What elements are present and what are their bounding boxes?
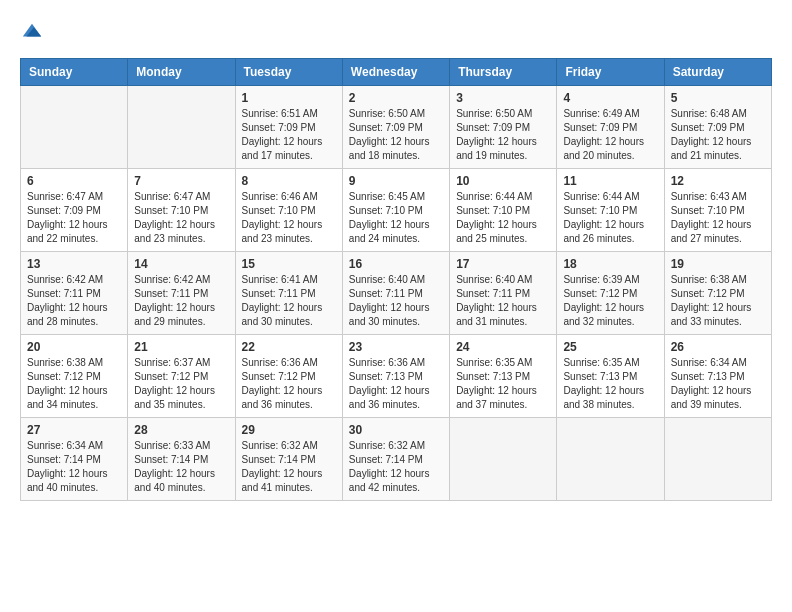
day-number: 19	[671, 257, 765, 271]
day-cell: 19Sunrise: 6:38 AMSunset: 7:12 PMDayligh…	[664, 252, 771, 335]
day-cell: 1Sunrise: 6:51 AMSunset: 7:09 PMDaylight…	[235, 86, 342, 169]
day-info: Sunrise: 6:47 AMSunset: 7:09 PMDaylight:…	[27, 190, 121, 246]
day-cell: 25Sunrise: 6:35 AMSunset: 7:13 PMDayligh…	[557, 335, 664, 418]
day-number: 5	[671, 91, 765, 105]
day-number: 29	[242, 423, 336, 437]
day-number: 30	[349, 423, 443, 437]
day-info: Sunrise: 6:40 AMSunset: 7:11 PMDaylight:…	[349, 273, 443, 329]
weekday-header-sunday: Sunday	[21, 59, 128, 86]
day-number: 17	[456, 257, 550, 271]
day-number: 20	[27, 340, 121, 354]
day-info: Sunrise: 6:43 AMSunset: 7:10 PMDaylight:…	[671, 190, 765, 246]
day-number: 28	[134, 423, 228, 437]
day-cell: 17Sunrise: 6:40 AMSunset: 7:11 PMDayligh…	[450, 252, 557, 335]
day-info: Sunrise: 6:40 AMSunset: 7:11 PMDaylight:…	[456, 273, 550, 329]
day-info: Sunrise: 6:32 AMSunset: 7:14 PMDaylight:…	[242, 439, 336, 495]
day-info: Sunrise: 6:34 AMSunset: 7:13 PMDaylight:…	[671, 356, 765, 412]
day-number: 22	[242, 340, 336, 354]
day-info: Sunrise: 6:34 AMSunset: 7:14 PMDaylight:…	[27, 439, 121, 495]
day-number: 10	[456, 174, 550, 188]
day-cell: 14Sunrise: 6:42 AMSunset: 7:11 PMDayligh…	[128, 252, 235, 335]
day-number: 3	[456, 91, 550, 105]
header	[20, 20, 772, 42]
day-number: 25	[563, 340, 657, 354]
day-info: Sunrise: 6:50 AMSunset: 7:09 PMDaylight:…	[349, 107, 443, 163]
day-cell: 7Sunrise: 6:47 AMSunset: 7:10 PMDaylight…	[128, 169, 235, 252]
week-row-5: 27Sunrise: 6:34 AMSunset: 7:14 PMDayligh…	[21, 418, 772, 501]
day-info: Sunrise: 6:36 AMSunset: 7:13 PMDaylight:…	[349, 356, 443, 412]
weekday-header-saturday: Saturday	[664, 59, 771, 86]
day-cell: 9Sunrise: 6:45 AMSunset: 7:10 PMDaylight…	[342, 169, 449, 252]
day-cell: 23Sunrise: 6:36 AMSunset: 7:13 PMDayligh…	[342, 335, 449, 418]
day-cell	[21, 86, 128, 169]
week-row-1: 1Sunrise: 6:51 AMSunset: 7:09 PMDaylight…	[21, 86, 772, 169]
day-cell: 21Sunrise: 6:37 AMSunset: 7:12 PMDayligh…	[128, 335, 235, 418]
weekday-header-wednesday: Wednesday	[342, 59, 449, 86]
day-info: Sunrise: 6:50 AMSunset: 7:09 PMDaylight:…	[456, 107, 550, 163]
day-info: Sunrise: 6:39 AMSunset: 7:12 PMDaylight:…	[563, 273, 657, 329]
day-cell: 18Sunrise: 6:39 AMSunset: 7:12 PMDayligh…	[557, 252, 664, 335]
day-number: 16	[349, 257, 443, 271]
day-cell: 20Sunrise: 6:38 AMSunset: 7:12 PMDayligh…	[21, 335, 128, 418]
day-cell: 5Sunrise: 6:48 AMSunset: 7:09 PMDaylight…	[664, 86, 771, 169]
weekday-header-row: SundayMondayTuesdayWednesdayThursdayFrid…	[21, 59, 772, 86]
day-info: Sunrise: 6:33 AMSunset: 7:14 PMDaylight:…	[134, 439, 228, 495]
day-number: 9	[349, 174, 443, 188]
logo	[20, 20, 43, 42]
day-info: Sunrise: 6:38 AMSunset: 7:12 PMDaylight:…	[27, 356, 121, 412]
day-number: 24	[456, 340, 550, 354]
day-cell: 28Sunrise: 6:33 AMSunset: 7:14 PMDayligh…	[128, 418, 235, 501]
day-number: 11	[563, 174, 657, 188]
day-number: 6	[27, 174, 121, 188]
day-number: 2	[349, 91, 443, 105]
day-cell: 13Sunrise: 6:42 AMSunset: 7:11 PMDayligh…	[21, 252, 128, 335]
day-info: Sunrise: 6:41 AMSunset: 7:11 PMDaylight:…	[242, 273, 336, 329]
day-number: 18	[563, 257, 657, 271]
day-cell: 16Sunrise: 6:40 AMSunset: 7:11 PMDayligh…	[342, 252, 449, 335]
day-info: Sunrise: 6:44 AMSunset: 7:10 PMDaylight:…	[563, 190, 657, 246]
day-number: 14	[134, 257, 228, 271]
day-cell	[557, 418, 664, 501]
day-cell: 27Sunrise: 6:34 AMSunset: 7:14 PMDayligh…	[21, 418, 128, 501]
day-cell: 30Sunrise: 6:32 AMSunset: 7:14 PMDayligh…	[342, 418, 449, 501]
day-info: Sunrise: 6:37 AMSunset: 7:12 PMDaylight:…	[134, 356, 228, 412]
calendar-table: SundayMondayTuesdayWednesdayThursdayFrid…	[20, 58, 772, 501]
day-info: Sunrise: 6:32 AMSunset: 7:14 PMDaylight:…	[349, 439, 443, 495]
weekday-header-tuesday: Tuesday	[235, 59, 342, 86]
day-info: Sunrise: 6:35 AMSunset: 7:13 PMDaylight:…	[563, 356, 657, 412]
day-number: 4	[563, 91, 657, 105]
week-row-4: 20Sunrise: 6:38 AMSunset: 7:12 PMDayligh…	[21, 335, 772, 418]
day-cell: 3Sunrise: 6:50 AMSunset: 7:09 PMDaylight…	[450, 86, 557, 169]
day-number: 12	[671, 174, 765, 188]
day-number: 26	[671, 340, 765, 354]
day-number: 23	[349, 340, 443, 354]
day-info: Sunrise: 6:45 AMSunset: 7:10 PMDaylight:…	[349, 190, 443, 246]
day-info: Sunrise: 6:47 AMSunset: 7:10 PMDaylight:…	[134, 190, 228, 246]
day-cell	[128, 86, 235, 169]
day-number: 21	[134, 340, 228, 354]
weekday-header-monday: Monday	[128, 59, 235, 86]
day-cell: 22Sunrise: 6:36 AMSunset: 7:12 PMDayligh…	[235, 335, 342, 418]
day-info: Sunrise: 6:35 AMSunset: 7:13 PMDaylight:…	[456, 356, 550, 412]
logo-icon	[21, 20, 43, 42]
day-number: 15	[242, 257, 336, 271]
day-info: Sunrise: 6:36 AMSunset: 7:12 PMDaylight:…	[242, 356, 336, 412]
day-number: 27	[27, 423, 121, 437]
weekday-header-thursday: Thursday	[450, 59, 557, 86]
day-info: Sunrise: 6:51 AMSunset: 7:09 PMDaylight:…	[242, 107, 336, 163]
day-cell: 26Sunrise: 6:34 AMSunset: 7:13 PMDayligh…	[664, 335, 771, 418]
day-info: Sunrise: 6:46 AMSunset: 7:10 PMDaylight:…	[242, 190, 336, 246]
week-row-2: 6Sunrise: 6:47 AMSunset: 7:09 PMDaylight…	[21, 169, 772, 252]
day-number: 7	[134, 174, 228, 188]
weekday-header-friday: Friday	[557, 59, 664, 86]
day-number: 13	[27, 257, 121, 271]
day-cell: 2Sunrise: 6:50 AMSunset: 7:09 PMDaylight…	[342, 86, 449, 169]
day-cell: 29Sunrise: 6:32 AMSunset: 7:14 PMDayligh…	[235, 418, 342, 501]
day-cell: 8Sunrise: 6:46 AMSunset: 7:10 PMDaylight…	[235, 169, 342, 252]
day-cell: 10Sunrise: 6:44 AMSunset: 7:10 PMDayligh…	[450, 169, 557, 252]
day-info: Sunrise: 6:44 AMSunset: 7:10 PMDaylight:…	[456, 190, 550, 246]
day-cell	[664, 418, 771, 501]
day-cell: 15Sunrise: 6:41 AMSunset: 7:11 PMDayligh…	[235, 252, 342, 335]
day-info: Sunrise: 6:49 AMSunset: 7:09 PMDaylight:…	[563, 107, 657, 163]
day-cell: 12Sunrise: 6:43 AMSunset: 7:10 PMDayligh…	[664, 169, 771, 252]
